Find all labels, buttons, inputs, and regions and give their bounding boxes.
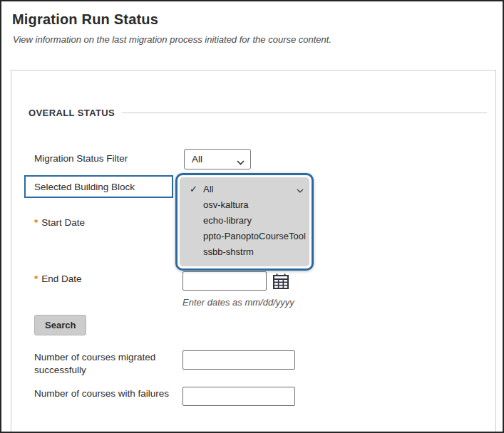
page-title: Migration Run Status [12, 11, 158, 28]
dropdown-option-label: All [203, 184, 213, 194]
calendar-picker-button[interactable] [271, 271, 290, 291]
section-header: OVERALL STATUS [29, 108, 487, 118]
migration-status-filter-select[interactable]: All [184, 149, 251, 169]
courses-failures-input[interactable] [182, 387, 295, 406]
selected-building-block-label: Selected Building Block [24, 175, 173, 198]
section-divider [122, 113, 487, 113]
migration-run-status-page: Migration Run Status View information on… [0, 0, 504, 433]
dropdown-option-echo-library[interactable]: echo-library [180, 213, 309, 229]
migration-status-filter-value: All [192, 154, 202, 165]
dropdown-option-label: ssbb-shstrm [203, 246, 254, 257]
required-asterisk: * [34, 273, 38, 284]
search-button[interactable]: Search [34, 315, 86, 335]
date-format-hint: Enter dates as mm/dd/yyyy [182, 297, 294, 308]
dropdown-option-list: ✓ All osv-kaltura echo-library ppto-Pano… [180, 177, 309, 266]
dropdown-option-ssbb-shstrm[interactable]: ssbb-shstrm [180, 244, 309, 260]
checkmark-icon: ✓ [190, 182, 197, 197]
chevron-down-icon [237, 157, 245, 162]
overall-status-panel: OVERALL STATUS Migration Status Filter A… [11, 70, 496, 433]
selected-building-block-label-text: Selected Building Block [34, 182, 135, 192]
dropdown-option-label: echo-library [203, 215, 252, 226]
selected-building-block-dropdown[interactable]: ✓ All osv-kaltura echo-library ppto-Pano… [175, 173, 314, 271]
courses-migrated-label: Number of courses migrated successfully [34, 351, 180, 377]
end-date-input[interactable] [182, 271, 267, 291]
required-asterisk: * [34, 217, 38, 228]
dropdown-option-all[interactable]: ✓ All [180, 182, 309, 197]
courses-migrated-input[interactable] [182, 350, 295, 370]
dropdown-option-label: ppto-PanoptoCourseTool [203, 231, 306, 241]
start-date-label: *Start Date [34, 216, 85, 229]
chevron-down-icon [297, 184, 304, 195]
dropdown-option-osv-kaltura[interactable]: osv-kaltura [180, 197, 309, 213]
dropdown-option-label: osv-kaltura [203, 199, 249, 210]
end-date-label-text: End Date [41, 273, 81, 284]
calendar-icon [272, 273, 289, 290]
start-date-label-text: Start Date [41, 217, 85, 228]
end-date-label: *End Date [34, 273, 82, 286]
dropdown-option-ppto-panopto[interactable]: ppto-PanoptoCourseTool [180, 229, 309, 244]
courses-failures-label: Number of courses with failures [34, 387, 169, 400]
page-subtitle: View information on the last migration p… [13, 34, 331, 45]
migration-status-filter-label: Migration Status Filter [34, 152, 128, 165]
section-title: OVERALL STATUS [29, 108, 115, 118]
